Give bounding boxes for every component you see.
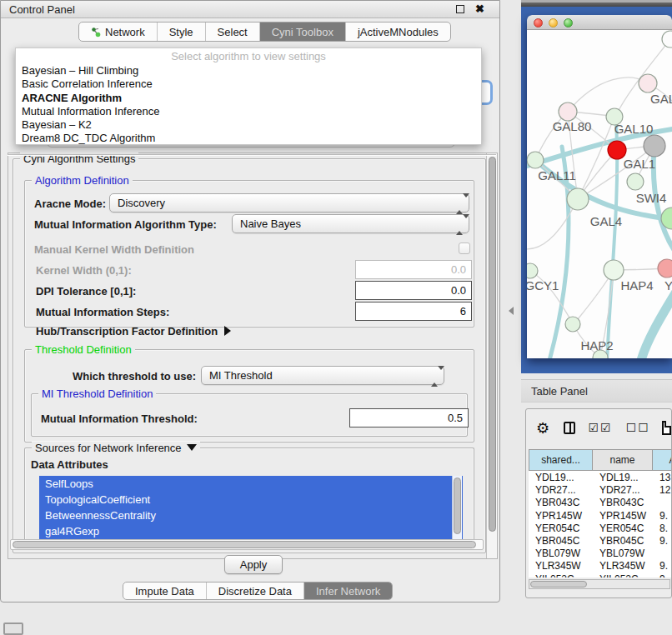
close-icon[interactable]: ✖ (475, 2, 484, 15)
tab-jactivemnodules[interactable]: jActiveMNodules (346, 22, 450, 41)
table-row[interactable]: YLR345WYLR345W9. (529, 559, 672, 572)
tab-label: Select (218, 26, 248, 38)
tab-infer-network[interactable]: Infer Network (304, 582, 392, 599)
network-node[interactable] (662, 31, 672, 48)
hub-definition-toggle[interactable]: Hub/Transcription Factor Definition (36, 325, 231, 338)
table-row[interactable]: YIL052CYIL052C9. (529, 572, 672, 578)
network-node-label: GAL80 (553, 119, 592, 133)
table-panel-title: Table Panel (521, 385, 588, 398)
network-node[interactable] (627, 173, 644, 190)
data-attributes-label: Data Attributes (31, 458, 108, 471)
table-cell: YBR045C (593, 534, 653, 547)
network-icon (91, 27, 101, 38)
gear-icon[interactable]: ⚙ (536, 419, 549, 437)
tab-style[interactable]: Style (158, 22, 206, 41)
page-icon[interactable] (662, 421, 671, 435)
collapsed-arrow-icon (224, 326, 231, 336)
algorithm-dropdown-popup: Select algorithm to view settings Bayesi… (15, 48, 482, 145)
aracne-mode-value: Discovery (118, 197, 165, 209)
table-row[interactable]: YER054CYER054C8. (529, 522, 672, 534)
table-cell (653, 496, 672, 508)
mi-threshold-field[interactable]: 0.5 (349, 408, 469, 428)
algorithm-option[interactable]: Dream8 DC_TDC Algorithm (16, 132, 481, 145)
network-node[interactable] (644, 135, 665, 157)
table-row[interactable]: YBR043CYBR043C (529, 496, 672, 508)
table-row[interactable]: YDL19...YDL19...13 (529, 471, 672, 483)
network-node[interactable] (527, 263, 538, 278)
network-node[interactable] (604, 260, 624, 280)
tab-cyni-toolbox[interactable]: Cyni Toolbox (260, 22, 346, 41)
column-header[interactable]: name (593, 449, 653, 471)
table-cell: YER054C (529, 522, 593, 534)
table-cell: 12 (653, 483, 672, 496)
float-icon[interactable] (456, 5, 464, 13)
mi-type-combo[interactable]: Naive Bayes (232, 214, 469, 233)
algorithm-option[interactable]: Basic Correlation Inference (16, 78, 481, 91)
which-threshold-combo[interactable]: MI Threshold (201, 366, 444, 385)
manual-kernel-label: Manual Kernel Width Definition (34, 243, 194, 256)
attributes-list-scrollbar[interactable] (452, 476, 462, 539)
minimized-panel-icon[interactable] (3, 622, 23, 635)
network-node[interactable] (567, 188, 589, 210)
minimize-traffic-light-icon[interactable] (549, 18, 558, 28)
mi-steps-field[interactable]: 6 (355, 302, 472, 321)
table-row[interactable]: YBR045CYBR045C9. (529, 534, 672, 547)
attribute-item[interactable]: SelfLoops (39, 476, 463, 492)
table-row[interactable]: YPR145WYPR145W9. (529, 509, 672, 522)
tab-discretize-data[interactable]: Discretize Data (207, 582, 304, 599)
which-threshold-value: MI Threshold (209, 369, 273, 382)
table-cell: YBR043C (593, 496, 653, 508)
table-cell: YLR345W (593, 559, 653, 572)
network-node[interactable] (559, 102, 577, 121)
unchecked-boxes-icon[interactable]: ☐☐ (626, 421, 650, 434)
tab-network[interactable]: Network (79, 22, 158, 41)
close-traffic-light-icon[interactable] (534, 18, 543, 28)
settings-horizontal-scrollbar[interactable] (10, 539, 484, 550)
settings-vertical-scrollbar[interactable] (486, 153, 497, 558)
attribute-item[interactable]: BetweennessCentrality (39, 508, 463, 523)
aracne-mode-combo[interactable]: Discovery (109, 193, 469, 212)
table-cell: 8. (653, 522, 672, 534)
algorithm-option[interactable]: Bayesian – K2 (16, 118, 481, 132)
table-horizontal-scrollbar[interactable] (529, 579, 670, 589)
table-row[interactable]: YDR27...YDR27...12 (529, 483, 672, 496)
column-header[interactable]: A (653, 449, 672, 471)
algorithm-option[interactable]: ARACNE Algorithm (16, 92, 481, 105)
manual-kernel-checkbox[interactable] (459, 242, 470, 254)
screenshot-root: Control Panel ✖ NetworkStyleSelectCyni T… (0, 0, 672, 635)
attribute-item[interactable]: gal4RGexp (39, 523, 463, 539)
checked-boxes-icon[interactable]: ☑☑ (589, 421, 613, 434)
columns-icon[interactable] (564, 422, 574, 434)
network-edge[interactable] (654, 155, 672, 257)
zoom-traffic-light-icon[interactable] (564, 18, 573, 28)
algorithm-option[interactable]: Bayesian – Hill Climbing (16, 64, 481, 78)
table-row[interactable]: YBL079WYBL079W (529, 547, 672, 559)
tab-label: Cyni Toolbox (272, 26, 333, 38)
table-panel-box: ⚙ ☑☑ ☐☐ shared...nameA YDL19...YDL19...1… (525, 408, 672, 598)
panel-collapse-arrow-icon[interactable] (509, 307, 514, 315)
attribute-item[interactable]: TopologicalCoefficient (39, 492, 463, 508)
network-edge[interactable] (640, 285, 672, 358)
network-node[interactable] (639, 74, 657, 92)
tab-impute-data[interactable]: Impute Data (123, 582, 207, 599)
algorithm-option[interactable]: Mutual Information Inference (16, 105, 481, 118)
network-window-titlebar[interactable] (527, 15, 672, 30)
dpi-tolerance-label: DPI Tolerance [0,1]: (36, 285, 136, 298)
network-canvas[interactable]: GALGAL80GAL10GAL1GAL11SWI4GAL4GCY1HAP4YH… (527, 30, 672, 358)
dpi-tolerance-field[interactable]: 0.0 (355, 281, 472, 300)
kernel-width-field[interactable]: 0.0 (355, 260, 472, 279)
network-edge[interactable] (568, 78, 648, 112)
tab-select[interactable]: Select (206, 22, 260, 41)
apply-button[interactable]: Apply (224, 555, 283, 574)
control-panel-title: Control Panel (1, 3, 75, 16)
column-header[interactable]: shared... (529, 449, 593, 471)
network-node-label: SWI4 (636, 191, 667, 205)
network-node[interactable] (565, 317, 580, 332)
network-node[interactable] (527, 152, 544, 168)
network-node[interactable] (658, 259, 672, 278)
sources-group-title[interactable]: Sources for Network Inference (32, 442, 200, 454)
combo-stepper-icon (431, 370, 438, 382)
node-table: shared...nameA YDL19...YDL19...13YDR27..… (529, 449, 672, 578)
data-attributes-list[interactable]: SelfLoopsTopologicalCoefficientBetweenne… (39, 476, 463, 539)
mi-type-label: Mutual Information Algorithm Type: (34, 218, 217, 231)
